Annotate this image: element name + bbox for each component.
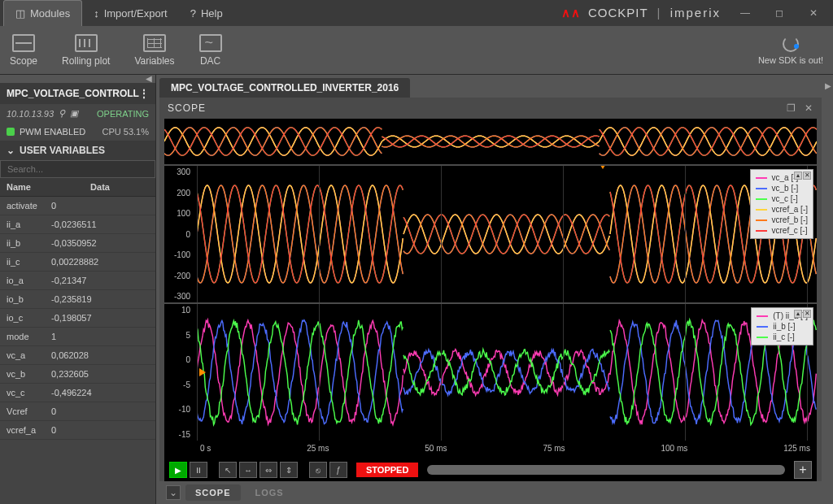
dac-icon (199, 34, 222, 52)
cursor-button[interactable]: ↖ (219, 462, 237, 478)
sidebar: ◀ MPC_VOLTAGE_CONTROLL⋮ 10.10.13.93 ⚲ ▣ … (0, 75, 156, 504)
btab-scope[interactable]: SCOPE (185, 484, 241, 501)
pwm-led-icon (7, 128, 15, 136)
rolling-plot-icon (75, 34, 98, 52)
fft-button[interactable]: ƒ (329, 462, 347, 478)
connection-icon: ⚲ (59, 108, 65, 119)
tool-scope[interactable]: Scope (10, 34, 37, 67)
table-row[interactable]: io_b-0,235819 (0, 290, 155, 309)
trigger-settings-button[interactable]: ⎋ (309, 462, 327, 478)
close-scope-button[interactable]: ✕ (805, 102, 813, 114)
scope-title: SCOPE ❐ ✕ (159, 98, 822, 119)
zoom-v-button[interactable]: ⇕ (280, 462, 298, 478)
chip-icon: ▣ (70, 108, 78, 119)
table-row[interactable]: mode1 (0, 328, 155, 346)
vars-table: Name Data activate0ii_a-0,0236511ii_b-0,… (0, 178, 155, 504)
legend-close-icon[interactable]: ✕ (803, 310, 811, 318)
table-row[interactable]: io_a-0,21347 (0, 272, 155, 290)
table-row[interactable]: io_c-0,198057 (0, 309, 155, 328)
right-collapse-button[interactable]: ▶ (823, 75, 833, 98)
device-ip-row: 10.10.13.93 ⚲ ▣ OPERATING (0, 104, 155, 123)
table-row[interactable]: ii_c0,00228882 (0, 253, 155, 272)
zoom-h-button[interactable]: ⇔ (259, 462, 277, 478)
table-row[interactable]: ii_b-0,0350952 (0, 234, 155, 253)
device-menu-icon[interactable]: ⋮ (139, 88, 149, 99)
tool-variables[interactable]: Variables (134, 34, 174, 67)
pwm-row: PWM ENABLED CPU 53.1% (0, 123, 155, 141)
x-axis: 0 s25 ms50 ms75 ms100 ms125 ms (164, 441, 817, 458)
tool-refresh[interactable]: New SDK is out! (758, 36, 823, 65)
table-row[interactable]: activate0 (0, 197, 155, 215)
detach-icon[interactable]: ❐ (787, 102, 796, 114)
user-variables-header[interactable]: ⌄ USER VARIABLES (0, 141, 155, 160)
device-header[interactable]: MPC_VOLTAGE_CONTROLL⋮ (0, 83, 155, 104)
plot-area: 3002001000-100-200-300 ▴✕ vc_a [-]vc_b [… (164, 119, 817, 481)
refresh-icon (783, 36, 799, 52)
menu-help[interactable]: ?Help (179, 0, 234, 26)
table-row[interactable]: vcref_a0 (0, 421, 155, 440)
legend-up-icon[interactable]: ▴ (794, 172, 802, 180)
table-row[interactable]: vc_b0,232605 (0, 365, 155, 384)
cpu-label: CPU 53.1% (102, 127, 149, 137)
scope-controls: ▶ ⏸ ↖ ↔ ⇔ ⇕ ⎋ ƒ STOPPED + (164, 458, 817, 481)
search-input[interactable] (0, 160, 155, 178)
brand-logo-icon: ∧∧ (561, 6, 581, 20)
trigger-marker-icon[interactable] (599, 164, 607, 169)
fit-h-button[interactable]: ↔ (239, 462, 257, 478)
window-close-button[interactable]: ✕ (797, 2, 830, 24)
trigger-level-icon[interactable] (199, 368, 206, 376)
legend-voltage[interactable]: ▴✕ vc_a [-]vc_b [-]vc_c [-]vcref_a [-]vc… (750, 169, 813, 239)
variables-icon (143, 34, 166, 52)
pause-button[interactable]: ⏸ (190, 462, 207, 478)
y-axis-current: 1050-5-10-15 (164, 304, 194, 441)
bottom-collapse-button[interactable]: ⌄ (166, 485, 181, 500)
time-scrollbar[interactable] (427, 465, 785, 475)
brand: ∧∧ COCKPIT | imperix (561, 6, 721, 20)
vars-table-header: Name Data (0, 178, 155, 197)
scope-icon (12, 34, 35, 52)
scope-panel: SCOPE ❐ ✕ 3002001000-100-200-300 (159, 98, 822, 504)
table-row[interactable]: vc_a0,062028 (0, 346, 155, 365)
table-row[interactable]: vc_c-0,496224 (0, 384, 155, 402)
current-chart[interactable]: 1050-5-10-15 ▴✕ (T) ii_a [-]ii_b [-]ii_c… (164, 302, 817, 441)
window-maximize-button[interactable]: ◻ (763, 2, 796, 24)
table-row[interactable]: Vcref0 (0, 402, 155, 421)
titlebar: ◫Modules ↕Import/Export ?Help ∧∧ COCKPIT… (0, 0, 833, 26)
toolbar: Scope Rolling plot Variables DAC New SDK… (0, 26, 833, 75)
stopped-indicator: STOPPED (356, 463, 418, 477)
overview-plot[interactable] (164, 119, 817, 164)
status-badge: OPERATING (97, 109, 149, 119)
window-minimize-button[interactable]: — (729, 2, 761, 24)
tool-rolling-plot[interactable]: Rolling plot (62, 34, 110, 67)
bottom-tabs: ⌄ SCOPE LOGS (159, 481, 822, 504)
btab-logs[interactable]: LOGS (246, 484, 294, 501)
voltage-chart[interactable]: 3002001000-100-200-300 ▴✕ vc_a [-]vc_b [… (164, 164, 817, 302)
chevron-down-icon: ⌄ (7, 145, 15, 156)
add-plot-button[interactable]: + (794, 461, 812, 479)
play-button[interactable]: ▶ (169, 462, 187, 478)
tab-project[interactable]: MPC_VOLTAGE_CONTROLLED_INVERTER_2016 (159, 78, 410, 98)
legend-up-icon[interactable]: ▴ (794, 310, 802, 318)
y-axis-voltage: 3002001000-100-200-300 (164, 166, 194, 302)
main-panel: MPC_VOLTAGE_CONTROLLED_INVERTER_2016 ▶ S… (156, 75, 833, 504)
sidebar-collapse-button[interactable]: ◀ (0, 75, 155, 83)
menu-modules[interactable]: ◫Modules (3, 0, 82, 26)
table-row[interactable]: ii_a-0,0236511 (0, 215, 155, 234)
tool-dac[interactable]: DAC (199, 34, 222, 67)
legend-close-icon[interactable]: ✕ (803, 172, 811, 180)
legend-current[interactable]: ▴✕ (T) ii_a [-]ii_b [-]ii_c [-] (751, 307, 813, 345)
menu-import-export[interactable]: ↕Import/Export (82, 0, 179, 26)
